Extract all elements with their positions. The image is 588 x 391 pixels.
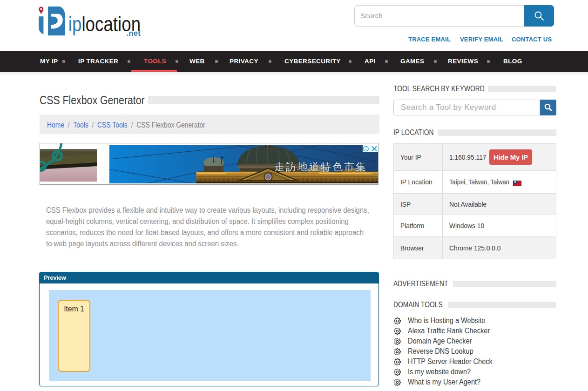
svg-text:.net: .net xyxy=(126,29,141,37)
